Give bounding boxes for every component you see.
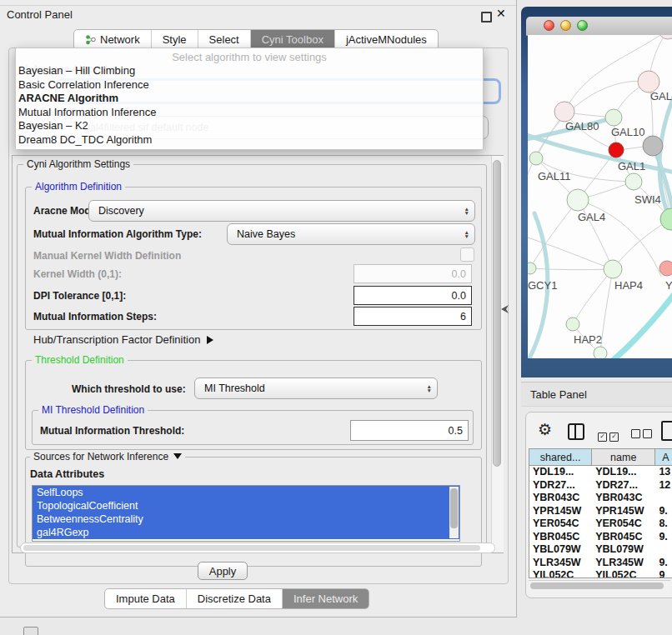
maximize-window-icon[interactable] xyxy=(577,20,588,31)
network-node[interactable] xyxy=(605,109,622,126)
list-item[interactable]: SelfLoops xyxy=(33,486,459,499)
columns-icon[interactable] xyxy=(568,423,584,440)
node-label: Y xyxy=(665,279,672,292)
aracne-mode-combobox[interactable]: Discovery ▲▼ xyxy=(88,200,475,222)
gear-icon[interactable]: ⚙ xyxy=(538,422,552,438)
mouse-cursor xyxy=(501,305,509,315)
network-node[interactable] xyxy=(659,35,672,39)
list-item[interactable]: gal4RGexp xyxy=(33,526,459,539)
node-label: SWI4 xyxy=(634,193,661,206)
node-label: GAL1 xyxy=(618,160,645,172)
algorithm-dropdown-popup: Select algorithm to view settings Bayesi… xyxy=(15,48,484,150)
node-label: GAL4 xyxy=(578,211,605,223)
new-table-icon[interactable] xyxy=(661,421,672,441)
which-threshold-combobox[interactable]: MI Threshold ▲▼ xyxy=(194,378,438,399)
data-attributes-label: Data Attributes xyxy=(30,468,104,480)
network-view-window[interactable]: GAL7 GAL80 GAL10 GAL11 GAL1 SWI4 GAL4 GC… xyxy=(521,7,672,378)
network-canvas[interactable]: GAL7 GAL80 GAL10 GAL11 GAL1 SWI4 GAL4 GC… xyxy=(528,35,672,358)
dpi-tolerance-label: DPI Tolerance [0,1]: xyxy=(33,290,126,302)
expanded-arrow-icon xyxy=(173,453,182,459)
sources-legend[interactable]: Sources for Network Inference xyxy=(30,451,185,462)
tab-discretize-data[interactable]: Discretize Data xyxy=(186,589,282,608)
list-item[interactable]: TopologicalCoefficient xyxy=(33,499,459,512)
dpi-tolerance-field[interactable]: 0.0 xyxy=(354,286,472,305)
float-panel-icon[interactable] xyxy=(481,12,492,22)
horizontal-scrollbar-thumb[interactable] xyxy=(23,545,480,551)
tab-select[interactable]: Select xyxy=(198,30,250,49)
select-all-checkboxes-icon[interactable]: ✓✓ xyxy=(598,427,621,442)
deselect-all-checkboxes-icon[interactable] xyxy=(631,427,654,442)
threshold-definition-legend: Threshold Definition xyxy=(32,354,128,366)
apply-button[interactable]: Apply xyxy=(198,562,248,580)
table-row[interactable]: YBR045CYBR045C9. xyxy=(529,531,672,544)
table-row[interactable]: YDL19...YDL19...13 xyxy=(529,466,672,479)
mi-algorithm-type-combobox[interactable]: Naive Bayes ▲▼ xyxy=(227,223,475,245)
mi-threshold-field[interactable]: 0.5 xyxy=(350,420,469,441)
network-node[interactable] xyxy=(566,318,579,331)
node-label: GAL11 xyxy=(538,170,571,182)
table-panel-title: Table Panel xyxy=(530,388,587,401)
kernel-width-field[interactable]: 0.0 xyxy=(354,264,472,283)
popup-item-aracne[interactable]: ARACNE Algorithm xyxy=(16,92,483,106)
data-attributes-list: SelfLoops TopologicalCoefficient Between… xyxy=(32,485,460,542)
network-node[interactable] xyxy=(529,152,543,165)
tab-jactivemnodules[interactable]: jActiveMNodules xyxy=(334,30,438,49)
network-node-labels: GAL7 GAL80 GAL10 GAL11 GAL1 SWI4 GAL4 GC… xyxy=(528,90,672,346)
table-row[interactable]: YPR145WYPR145W9. xyxy=(529,505,672,518)
list-scrollbar-thumb[interactable] xyxy=(450,488,458,528)
minimized-panel-icon[interactable] xyxy=(23,627,38,635)
popup-item-bayesian-hill-climbing[interactable]: Bayesian – Hill Climbing xyxy=(16,64,483,78)
tab-cyni-toolbox[interactable]: Cyni Toolbox xyxy=(250,30,334,49)
network-node[interactable] xyxy=(554,102,574,122)
table-row[interactable]: YLR345WYLR345W9. xyxy=(529,557,672,570)
table-row[interactable]: YER054CYER054C8. xyxy=(529,518,672,531)
network-node-selected[interactable] xyxy=(609,142,624,158)
tab-style[interactable]: Style xyxy=(151,30,198,49)
column-header-third[interactable]: A xyxy=(655,449,672,466)
network-node[interactable] xyxy=(604,260,622,278)
hub-definition-toggle[interactable]: Hub/Transcription Factor Definition xyxy=(33,333,213,346)
manual-kernel-width-checkbox[interactable] xyxy=(460,248,474,262)
network-node[interactable] xyxy=(643,136,663,156)
node-label: HAP4 xyxy=(614,279,643,292)
table-horizontal-scrollbar-thumb[interactable] xyxy=(530,582,664,589)
mi-algorithm-type-label: Mutual Information Algorithm Type: xyxy=(33,228,202,240)
popup-item-mutual-information[interactable]: Mutual Information Inference xyxy=(16,106,483,120)
tab-network[interactable]: Network xyxy=(74,30,151,49)
network-node[interactable] xyxy=(659,261,672,276)
table-row[interactable]: YDR27...YDR27...12 xyxy=(529,479,672,492)
network-node[interactable] xyxy=(528,262,536,274)
network-node[interactable] xyxy=(594,347,607,358)
mi-steps-field[interactable]: 6 xyxy=(354,307,472,326)
close-panel-icon[interactable]: ✕ xyxy=(496,7,506,20)
popup-item-bayesian-k2[interactable]: Bayesian – K2 xyxy=(16,119,483,133)
column-header-shared-name[interactable]: shared... xyxy=(529,449,592,466)
popup-item-basic-correlation[interactable]: Basic Correlation Inference xyxy=(16,78,483,92)
manual-kernel-width-label: Manual Kernel Width Definition xyxy=(33,250,181,262)
table-row[interactable]: YBL079WYBL079W xyxy=(529,543,672,557)
node-label: GAL7 xyxy=(650,90,672,102)
network-node[interactable] xyxy=(567,189,589,211)
table-horizontal-scrollbar[interactable] xyxy=(529,580,670,591)
popup-prompt: Select algorithm to view settings xyxy=(16,50,483,64)
minimize-window-icon[interactable] xyxy=(560,20,571,31)
close-window-icon[interactable] xyxy=(544,20,554,31)
popup-item-dream8[interactable]: Dream8 DC_TDC Algorithm xyxy=(16,133,483,148)
network-node[interactable] xyxy=(660,208,672,230)
mi-threshold-legend: MI Threshold Definition xyxy=(38,404,148,416)
column-header-name[interactable]: name xyxy=(592,449,655,466)
table-row[interactable]: YBR043CYBR043C xyxy=(529,492,672,505)
panel-title: Control Panel xyxy=(7,8,73,21)
network-window-titlebar[interactable] xyxy=(526,17,672,36)
tab-impute-data[interactable]: Impute Data xyxy=(105,589,186,608)
which-threshold-label: Which threshold to use: xyxy=(72,383,186,395)
network-node[interactable] xyxy=(625,173,642,190)
mi-threshold-label: Mutual Information Threshold: xyxy=(40,425,184,437)
control-panel: Control Panel ✕ Network Style Select Cyn… xyxy=(0,0,517,618)
settings-scrollbar-thumb[interactable] xyxy=(493,160,501,467)
tab-infer-network[interactable]: Infer Network xyxy=(282,589,369,608)
horizontal-scrollbar[interactable] xyxy=(20,542,495,553)
list-item[interactable]: BetweennessCentrality xyxy=(33,512,459,526)
node-label: HAP2 xyxy=(574,333,602,346)
table-row[interactable]: YIL052CYIL052C9 xyxy=(529,569,672,578)
